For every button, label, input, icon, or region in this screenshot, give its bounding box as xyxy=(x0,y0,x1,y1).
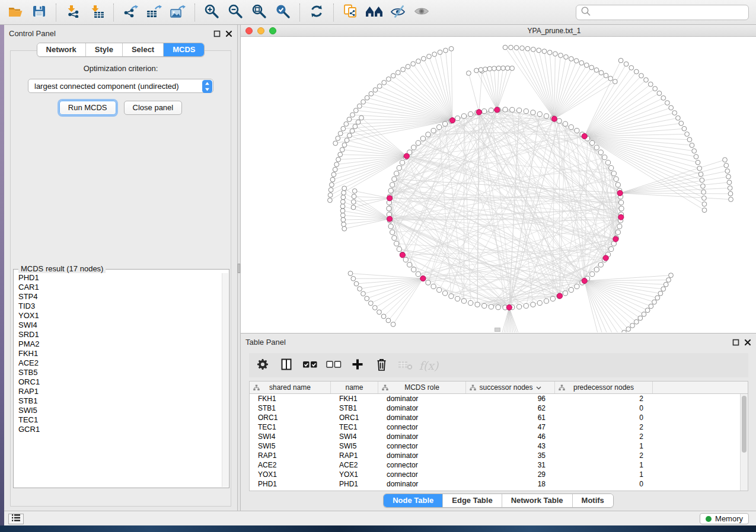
memory-button[interactable]: Memory xyxy=(700,513,749,524)
mcds-node-item[interactable]: RAP1 xyxy=(14,387,222,396)
mcds-hub-node[interactable] xyxy=(449,118,455,123)
column-header-predecessor-nodes[interactable]: predecessor nodes xyxy=(555,382,653,393)
tab-network[interactable]: Network xyxy=(37,43,86,56)
export-network-button[interactable] xyxy=(120,2,141,23)
mcds-hub-node[interactable] xyxy=(582,133,587,139)
mcds-hub-node[interactable] xyxy=(617,190,623,196)
select-all-rows-button[interactable] xyxy=(301,356,319,375)
mcds-node-item[interactable]: TEC1 xyxy=(14,415,222,425)
mcds-node-item[interactable]: STB1 xyxy=(14,396,222,406)
refresh-button[interactable] xyxy=(306,2,327,23)
zoom-fit-button[interactable] xyxy=(248,2,270,23)
delete-column-button[interactable] xyxy=(372,356,390,375)
result-list-scrollbar[interactable] xyxy=(222,273,228,487)
search-input[interactable] xyxy=(591,7,748,18)
table-row[interactable]: ORC1ORC1dominator610 xyxy=(250,413,740,422)
mcds-node-item[interactable]: STB5 xyxy=(14,368,222,377)
table-settings-button[interactable] xyxy=(254,356,272,375)
mcds-node-item[interactable]: SWI5 xyxy=(14,406,222,415)
mcds-hub-node[interactable] xyxy=(551,116,557,121)
table-row[interactable]: ACE2ACE2connector311 xyxy=(250,460,740,470)
column-header-shared-name[interactable]: shared name xyxy=(250,382,331,393)
mcds-hub-node[interactable] xyxy=(618,214,624,220)
import-network-button[interactable] xyxy=(62,2,84,23)
close-window-icon[interactable] xyxy=(245,27,253,34)
first-neighbors-button[interactable] xyxy=(363,2,385,23)
mcds-hub-node[interactable] xyxy=(400,252,405,258)
tab-select[interactable]: Select xyxy=(123,43,164,56)
mcds-node-item[interactable]: TID3 xyxy=(14,302,222,311)
mcds-hub-node[interactable] xyxy=(387,216,393,222)
duplicate-network-button[interactable] xyxy=(340,2,361,23)
tab-mcds[interactable]: MCDS xyxy=(164,43,204,56)
mcds-hub-node[interactable] xyxy=(387,196,393,201)
mcds-hub-node[interactable] xyxy=(404,153,409,159)
table-row[interactable]: PHD1PHD1dominator180 xyxy=(250,479,740,489)
mcds-hub-node[interactable] xyxy=(506,305,512,310)
tab-node-table[interactable]: Node Table xyxy=(384,494,443,507)
table-row[interactable]: SWI5SWI5connector431 xyxy=(250,441,740,451)
network-canvas-grip[interactable] xyxy=(495,328,500,332)
tab-style[interactable]: Style xyxy=(86,43,123,56)
mcds-node-item[interactable]: YOX1 xyxy=(14,311,222,321)
mcds-node-item[interactable]: PMA2 xyxy=(14,339,222,349)
table-row[interactable]: TEC1TEC1connector472 xyxy=(250,422,740,432)
zoom-selected-button[interactable] xyxy=(272,2,294,23)
mcds-hub-node[interactable] xyxy=(476,110,481,115)
column-header-MCDS-role[interactable]: MCDS role xyxy=(378,382,466,393)
splitter-grip[interactable] xyxy=(238,264,240,273)
mcds-node-item[interactable]: SRD1 xyxy=(14,330,222,339)
close-panel-button[interactable]: Close panel xyxy=(124,101,183,115)
hide-selected-button[interactable] xyxy=(387,2,409,23)
network-canvas[interactable] xyxy=(241,37,756,332)
table-row[interactable]: FKH1FKH1dominator962 xyxy=(250,394,740,403)
mcds-hub-node[interactable] xyxy=(495,107,500,113)
export-table-button[interactable] xyxy=(143,2,165,23)
table-row[interactable]: RAP1RAP1dominator352 xyxy=(250,451,740,460)
criterion-select[interactable]: largest connected component (undirected) xyxy=(28,79,213,93)
table-scrollbar-thumb[interactable] xyxy=(742,396,747,453)
float-panel-icon[interactable] xyxy=(213,29,221,40)
save-button[interactable] xyxy=(28,2,50,23)
mcds-hub-node[interactable] xyxy=(603,255,608,261)
column-header-name[interactable]: name xyxy=(331,382,378,393)
deselect-all-rows-button[interactable] xyxy=(325,356,343,375)
mcds-node-item[interactable]: CAR1 xyxy=(14,283,222,292)
minimize-window-icon[interactable] xyxy=(257,27,264,34)
mcds-node-item[interactable]: STP4 xyxy=(14,292,222,302)
table-row[interactable]: STB1STB1dominator620 xyxy=(250,403,740,413)
table-row[interactable]: YOX1YOX1connector291 xyxy=(250,470,740,479)
mcds-hub-node[interactable] xyxy=(420,276,426,281)
run-mcds-button[interactable]: Run MCDS xyxy=(59,101,116,115)
column-header-successor-nodes[interactable]: successor nodes xyxy=(466,382,555,393)
mcds-hub-node[interactable] xyxy=(557,293,562,299)
export-image-button[interactable] xyxy=(167,2,189,23)
float-table-panel-icon[interactable] xyxy=(732,338,739,348)
open-button[interactable] xyxy=(5,2,26,23)
duplicate-network-icon xyxy=(343,4,358,20)
add-column-button[interactable] xyxy=(349,356,366,375)
mcds-node-item[interactable]: PHD1 xyxy=(14,273,222,283)
zoom-in-button[interactable] xyxy=(201,2,222,23)
close-table-panel-icon[interactable] xyxy=(744,338,751,348)
mcds-node-item[interactable]: ORC1 xyxy=(14,377,222,387)
status-menu-button[interactable] xyxy=(8,514,24,524)
mcds-node-item[interactable]: ACE2 xyxy=(14,358,222,368)
maximize-window-icon[interactable] xyxy=(269,27,276,34)
show-columns-button[interactable] xyxy=(277,356,295,375)
show-all-button[interactable] xyxy=(411,2,432,23)
tab-motifs[interactable]: Motifs xyxy=(573,494,613,507)
mcds-node-item[interactable]: GCR1 xyxy=(14,425,222,434)
zoom-out-button[interactable] xyxy=(225,2,246,23)
export-table-icon xyxy=(146,5,162,20)
close-panel-icon[interactable] xyxy=(225,29,232,40)
mcds-hub-node[interactable] xyxy=(613,236,618,242)
mcds-hub-node[interactable] xyxy=(582,278,587,284)
mcds-node-item[interactable]: SWI4 xyxy=(14,321,222,330)
table-row[interactable]: SWI4SWI4dominator462 xyxy=(250,432,740,441)
tab-edge-table[interactable]: Edge Table xyxy=(443,494,502,507)
tab-network-table[interactable]: Network Table xyxy=(502,494,573,507)
import-table-button[interactable] xyxy=(86,2,107,23)
mcds-node-item[interactable]: FKH1 xyxy=(14,349,222,358)
table-cell: SWI5 xyxy=(250,441,331,451)
